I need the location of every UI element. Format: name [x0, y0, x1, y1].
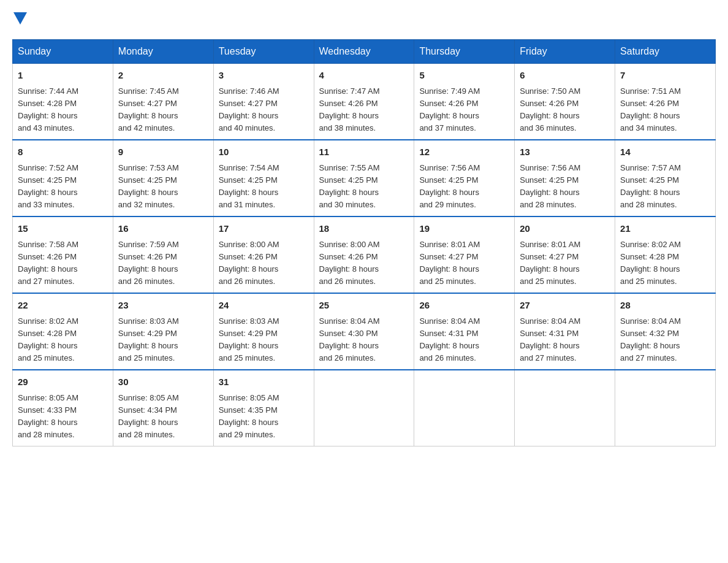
day-cell: 16Sunrise: 7:59 AM Sunset: 4:26 PM Dayli…	[113, 216, 213, 293]
day-cell: 18Sunrise: 8:00 AM Sunset: 4:26 PM Dayli…	[314, 216, 414, 293]
day-cell: 21Sunrise: 8:02 AM Sunset: 4:28 PM Dayli…	[615, 216, 716, 293]
day-cell: 25Sunrise: 8:04 AM Sunset: 4:30 PM Dayli…	[314, 293, 414, 370]
day-cell	[615, 370, 716, 446]
day-info: Sunrise: 8:05 AM Sunset: 4:35 PM Dayligh…	[219, 392, 309, 442]
day-number: 18	[319, 222, 409, 236]
day-info: Sunrise: 8:00 AM Sunset: 4:26 PM Dayligh…	[319, 239, 409, 288]
day-number: 1	[18, 69, 108, 83]
day-info: Sunrise: 8:05 AM Sunset: 4:34 PM Dayligh…	[118, 392, 208, 442]
day-number: 28	[620, 299, 710, 313]
day-info: Sunrise: 8:04 AM Sunset: 4:31 PM Dayligh…	[419, 315, 509, 365]
column-header-monday: Monday	[113, 40, 213, 64]
day-info: Sunrise: 7:58 AM Sunset: 4:26 PM Dayligh…	[18, 239, 108, 288]
day-number: 21	[620, 222, 710, 236]
logo	[12, 12, 27, 27]
day-number: 23	[118, 299, 208, 313]
column-header-thursday: Thursday	[414, 40, 515, 64]
day-number: 5	[419, 69, 509, 83]
day-cell: 9Sunrise: 7:53 AM Sunset: 4:25 PM Daylig…	[113, 140, 213, 216]
day-info: Sunrise: 7:46 AM Sunset: 4:27 PM Dayligh…	[219, 85, 309, 135]
day-info: Sunrise: 7:56 AM Sunset: 4:25 PM Dayligh…	[419, 162, 509, 212]
week-row-3: 15Sunrise: 7:58 AM Sunset: 4:26 PM Dayli…	[13, 216, 716, 293]
day-cell: 30Sunrise: 8:05 AM Sunset: 4:34 PM Dayli…	[113, 370, 213, 446]
day-number: 25	[319, 299, 409, 313]
day-cell: 27Sunrise: 8:04 AM Sunset: 4:31 PM Dayli…	[515, 293, 615, 370]
day-number: 3	[219, 69, 309, 83]
day-info: Sunrise: 7:59 AM Sunset: 4:26 PM Dayligh…	[118, 239, 208, 288]
day-info: Sunrise: 8:01 AM Sunset: 4:27 PM Dayligh…	[419, 239, 509, 288]
svg-marker-0	[13, 12, 27, 25]
day-number: 4	[319, 69, 409, 83]
day-number: 31	[219, 375, 309, 389]
day-number: 30	[118, 375, 208, 389]
day-cell	[414, 370, 515, 446]
day-cell: 10Sunrise: 7:54 AM Sunset: 4:25 PM Dayli…	[213, 140, 314, 216]
day-number: 7	[620, 69, 710, 83]
day-cell: 7Sunrise: 7:51 AM Sunset: 4:26 PM Daylig…	[615, 64, 716, 140]
day-cell	[314, 370, 414, 446]
column-header-wednesday: Wednesday	[314, 40, 414, 64]
day-cell: 6Sunrise: 7:50 AM Sunset: 4:26 PM Daylig…	[515, 64, 615, 140]
logo-triangle-icon	[13, 12, 27, 25]
day-info: Sunrise: 7:50 AM Sunset: 4:26 PM Dayligh…	[520, 85, 610, 135]
week-row-2: 8Sunrise: 7:52 AM Sunset: 4:25 PM Daylig…	[13, 140, 716, 216]
day-info: Sunrise: 8:03 AM Sunset: 4:29 PM Dayligh…	[118, 315, 208, 365]
day-cell: 11Sunrise: 7:55 AM Sunset: 4:25 PM Dayli…	[314, 140, 414, 216]
day-number: 8	[18, 145, 108, 159]
day-number: 14	[620, 145, 710, 159]
day-number: 6	[520, 69, 610, 83]
page-header	[12, 12, 716, 27]
day-cell: 4Sunrise: 7:47 AM Sunset: 4:26 PM Daylig…	[314, 64, 414, 140]
day-cell: 23Sunrise: 8:03 AM Sunset: 4:29 PM Dayli…	[113, 293, 213, 370]
day-cell: 24Sunrise: 8:03 AM Sunset: 4:29 PM Dayli…	[213, 293, 314, 370]
day-cell: 31Sunrise: 8:05 AM Sunset: 4:35 PM Dayli…	[213, 370, 314, 446]
day-number: 15	[18, 222, 108, 236]
day-info: Sunrise: 7:51 AM Sunset: 4:26 PM Dayligh…	[620, 85, 710, 135]
column-header-sunday: Sunday	[13, 40, 113, 64]
day-info: Sunrise: 8:01 AM Sunset: 4:27 PM Dayligh…	[520, 239, 610, 288]
day-info: Sunrise: 7:56 AM Sunset: 4:25 PM Dayligh…	[520, 162, 610, 212]
day-info: Sunrise: 8:04 AM Sunset: 4:31 PM Dayligh…	[520, 315, 610, 365]
day-cell: 15Sunrise: 7:58 AM Sunset: 4:26 PM Dayli…	[13, 216, 113, 293]
day-cell: 29Sunrise: 8:05 AM Sunset: 4:33 PM Dayli…	[13, 370, 113, 446]
day-info: Sunrise: 7:57 AM Sunset: 4:25 PM Dayligh…	[620, 162, 710, 212]
day-number: 13	[520, 145, 610, 159]
day-cell: 20Sunrise: 8:01 AM Sunset: 4:27 PM Dayli…	[515, 216, 615, 293]
day-cell: 13Sunrise: 7:56 AM Sunset: 4:25 PM Dayli…	[515, 140, 615, 216]
day-info: Sunrise: 7:54 AM Sunset: 4:25 PM Dayligh…	[219, 162, 309, 212]
day-number: 26	[419, 299, 509, 313]
day-cell: 19Sunrise: 8:01 AM Sunset: 4:27 PM Dayli…	[414, 216, 515, 293]
day-cell	[515, 370, 615, 446]
week-row-4: 22Sunrise: 8:02 AM Sunset: 4:28 PM Dayli…	[13, 293, 716, 370]
day-number: 10	[219, 145, 309, 159]
day-number: 16	[118, 222, 208, 236]
day-cell: 3Sunrise: 7:46 AM Sunset: 4:27 PM Daylig…	[213, 64, 314, 140]
day-info: Sunrise: 7:44 AM Sunset: 4:28 PM Dayligh…	[18, 85, 108, 135]
column-header-friday: Friday	[515, 40, 615, 64]
day-cell: 17Sunrise: 8:00 AM Sunset: 4:26 PM Dayli…	[213, 216, 314, 293]
day-cell: 1Sunrise: 7:44 AM Sunset: 4:28 PM Daylig…	[13, 64, 113, 140]
day-number: 17	[219, 222, 309, 236]
day-number: 9	[118, 145, 208, 159]
day-info: Sunrise: 7:47 AM Sunset: 4:26 PM Dayligh…	[319, 85, 409, 135]
week-row-1: 1Sunrise: 7:44 AM Sunset: 4:28 PM Daylig…	[13, 64, 716, 140]
day-number: 19	[419, 222, 509, 236]
day-info: Sunrise: 8:05 AM Sunset: 4:33 PM Dayligh…	[18, 392, 108, 442]
day-number: 27	[520, 299, 610, 313]
day-info: Sunrise: 8:02 AM Sunset: 4:28 PM Dayligh…	[620, 239, 710, 288]
day-number: 12	[419, 145, 509, 159]
day-info: Sunrise: 7:55 AM Sunset: 4:25 PM Dayligh…	[319, 162, 409, 212]
day-info: Sunrise: 8:03 AM Sunset: 4:29 PM Dayligh…	[219, 315, 309, 365]
day-cell: 5Sunrise: 7:49 AM Sunset: 4:26 PM Daylig…	[414, 64, 515, 140]
day-info: Sunrise: 8:02 AM Sunset: 4:28 PM Dayligh…	[18, 315, 108, 365]
day-cell: 12Sunrise: 7:56 AM Sunset: 4:25 PM Dayli…	[414, 140, 515, 216]
day-cell: 28Sunrise: 8:04 AM Sunset: 4:32 PM Dayli…	[615, 293, 716, 370]
day-cell: 2Sunrise: 7:45 AM Sunset: 4:27 PM Daylig…	[113, 64, 213, 140]
day-cell: 22Sunrise: 8:02 AM Sunset: 4:28 PM Dayli…	[13, 293, 113, 370]
day-info: Sunrise: 8:04 AM Sunset: 4:30 PM Dayligh…	[319, 315, 409, 365]
day-cell: 14Sunrise: 7:57 AM Sunset: 4:25 PM Dayli…	[615, 140, 716, 216]
day-number: 24	[219, 299, 309, 313]
header-row: SundayMondayTuesdayWednesdayThursdayFrid…	[13, 40, 716, 64]
day-number: 29	[18, 375, 108, 389]
day-cell: 8Sunrise: 7:52 AM Sunset: 4:25 PM Daylig…	[13, 140, 113, 216]
